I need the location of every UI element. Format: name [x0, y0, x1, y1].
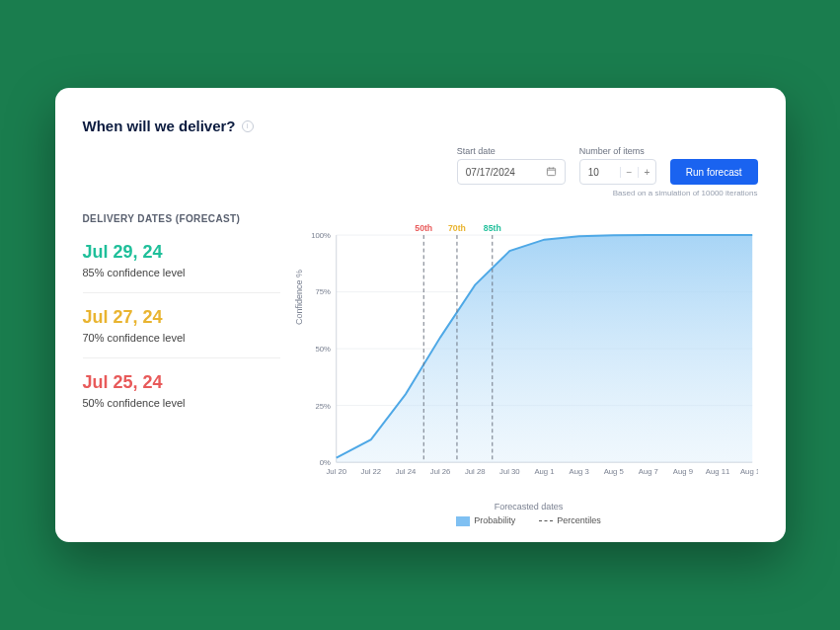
increment-button[interactable]: + [638, 167, 655, 178]
svg-text:Jul 30: Jul 30 [499, 467, 520, 476]
legend-probability: Probability [474, 515, 515, 525]
legend-percentiles: Percentiles [557, 515, 601, 525]
svg-text:Jul 28: Jul 28 [464, 467, 485, 476]
simulation-note: Based on a simulation of 10000 iteration… [83, 189, 758, 197]
x-axis-label: Forecasted dates [300, 502, 758, 512]
forecast-block: Jul 25, 2450% confidence level [83, 357, 280, 423]
percentiles-dash-icon [539, 520, 553, 521]
svg-text:85th: 85th [483, 223, 500, 233]
svg-text:50th: 50th [415, 223, 432, 233]
y-axis-label: Confidence % [294, 270, 304, 325]
svg-text:Jul 24: Jul 24 [395, 467, 416, 476]
num-items-label: Number of items [579, 146, 656, 156]
start-date-input[interactable]: 07/17/2024 [457, 159, 566, 185]
svg-text:Aug 7: Aug 7 [638, 467, 657, 476]
forecast-date: Jul 25, 24 [83, 372, 280, 393]
probability-swatch-icon [456, 516, 470, 526]
svg-text:Jul 20: Jul 20 [326, 467, 346, 476]
info-icon[interactable]: i [242, 120, 254, 132]
svg-text:50%: 50% [315, 345, 331, 354]
svg-text:25%: 25% [315, 402, 331, 411]
page-title: When will we deliver? [83, 118, 236, 134]
svg-text:Jul 22: Jul 22 [360, 467, 381, 476]
svg-text:75%: 75% [315, 287, 331, 296]
calendar-icon [546, 166, 557, 179]
forecast-confidence: 50% confidence level [83, 397, 280, 409]
svg-text:Jul 26: Jul 26 [429, 467, 450, 476]
run-forecast-button[interactable]: Run forecast [670, 159, 758, 185]
svg-text:Aug 11: Aug 11 [705, 467, 728, 476]
forecast-date: Jul 29, 24 [83, 242, 280, 263]
svg-text:0%: 0% [319, 458, 330, 467]
svg-text:100%: 100% [311, 231, 331, 240]
forecast-date: Jul 27, 24 [83, 307, 280, 328]
forecast-confidence: 70% confidence level [83, 332, 280, 344]
chart-legend: Probability Percentiles [300, 515, 758, 526]
svg-text:Aug 1: Aug 1 [534, 467, 554, 476]
start-date-value: 07/17/2024 [466, 167, 515, 178]
forecast-chart: 0%25%50%75%100%Jul 20Jul 22Jul 24Jul 26J… [300, 203, 758, 500]
forecast-card: When will we deliver? i Start date 07/17… [55, 88, 786, 542]
decrement-button[interactable]: − [620, 167, 638, 178]
svg-rect-0 [547, 168, 555, 175]
controls-row: Start date 07/17/2024 Number of items 10… [83, 146, 758, 185]
forecast-block: Jul 27, 2470% confidence level [83, 292, 280, 357]
forecast-panel: DELIVERY DATES (FORECAST) Jul 29, 2485% … [83, 203, 280, 526]
svg-text:70th: 70th [448, 223, 466, 233]
num-items-input[interactable]: 10 − + [579, 159, 656, 185]
start-date-label: Start date [457, 146, 566, 156]
chart-panel: Confidence % 0%25%50%75%100%Jul 20Jul 22… [300, 203, 758, 526]
svg-text:Aug 14: Aug 14 [739, 467, 757, 476]
forecast-block: Jul 29, 2485% confidence level [83, 238, 280, 292]
forecast-confidence: 85% confidence level [83, 267, 280, 278]
svg-text:Aug 3: Aug 3 [569, 467, 588, 476]
forecast-heading: DELIVERY DATES (FORECAST) [83, 213, 280, 224]
svg-text:Aug 9: Aug 9 [672, 467, 692, 476]
num-items-value: 10 [580, 167, 620, 178]
svg-text:Aug 5: Aug 5 [603, 467, 623, 476]
